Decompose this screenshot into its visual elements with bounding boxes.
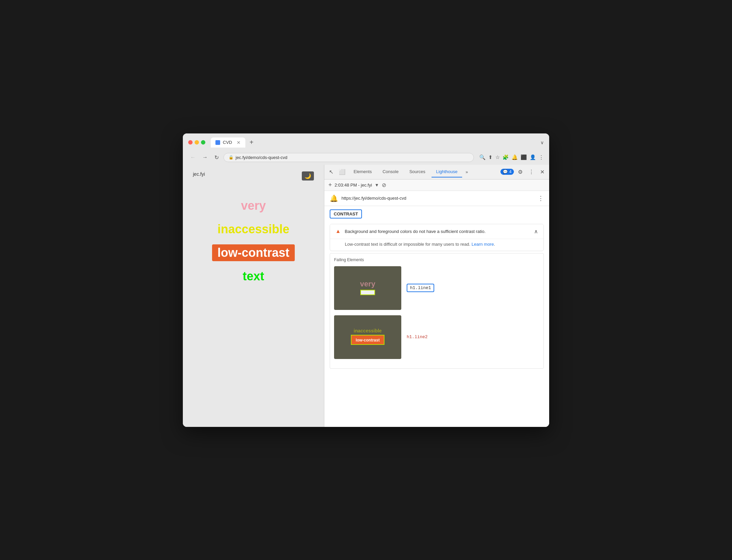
report-header: 🔔 https://jec.fyi/demo/cds-quest-cvd ⋮	[324, 191, 549, 206]
lock-icon: 🔒	[229, 155, 234, 160]
traffic-lights	[188, 140, 205, 145]
inaccessible-text: inaccessible	[213, 221, 293, 238]
tab-title: CVD	[223, 140, 232, 145]
tab-lighthouse[interactable]: Lighthouse	[432, 166, 462, 177]
minimize-button[interactable]	[195, 140, 199, 145]
forward-button[interactable]: →	[200, 154, 210, 161]
share-icon[interactable]: ⬆	[488, 154, 493, 160]
address-bar: ← → ↻ 🔒 jec.fyi/demo/cds-quest-cvd 🔍 ⬆ ☆…	[183, 150, 549, 165]
devtools-content[interactable]: 🔔 https://jec.fyi/demo/cds-quest-cvd ⋮ C…	[324, 191, 549, 427]
devtools-header: ↖ ⬜ Elements Console Sources Lighthouse …	[324, 165, 549, 179]
audit-description: Low-contrast text is difficult or imposs…	[330, 239, 543, 251]
sidebar-icon[interactable]: ⬛	[521, 154, 527, 160]
tab-close-button[interactable]: ✕	[237, 140, 241, 145]
report-options-button[interactable]: ⋮	[538, 195, 544, 202]
maximize-button[interactable]	[201, 140, 205, 145]
very-text: very	[237, 197, 270, 214]
thumb-very-text: very	[360, 280, 375, 288]
more-tabs-button[interactable]: »	[463, 169, 470, 174]
failing-item-1: very h1.line1	[334, 266, 539, 310]
failing-thumbnail-2: inaccessible low-contrast	[334, 315, 401, 359]
low-contrast-text: low-contrast	[212, 244, 295, 261]
add-report-button[interactable]: +	[328, 182, 332, 189]
tab-console[interactable]: Console	[378, 166, 403, 177]
main-content: jec.fyi 🌙 very inaccessible low-contrast…	[183, 165, 549, 427]
browser-tab[interactable]: CVD ✕	[211, 137, 245, 148]
badge-count: 4	[509, 169, 512, 174]
contrast-badge: CONTRAST	[330, 209, 362, 218]
failing-elements-section: Failing Elements very h1.line1 inaccessi…	[330, 253, 544, 369]
profile-icon[interactable]: 👤	[530, 154, 536, 160]
failing-item-2: inaccessible low-contrast h1.line2	[334, 315, 539, 359]
audit-title: Background and foreground colors do not …	[345, 229, 530, 234]
thumb-highlight-2: low-contrast	[351, 335, 384, 345]
close-devtools-button[interactable]: ✕	[538, 167, 546, 176]
failing-thumbnail-1: very	[334, 266, 401, 310]
thumb-highlight-1	[360, 290, 375, 295]
alert-icon[interactable]: 🔔	[512, 154, 518, 160]
collapse-button[interactable]: ∨	[540, 140, 544, 145]
clear-button[interactable]: ⊘	[382, 182, 386, 188]
tab-favicon	[215, 140, 220, 145]
audit-warning-icon: ▲	[335, 228, 341, 234]
webpage-header: jec.fyi 🌙	[193, 171, 314, 181]
demo-text-container: very inaccessible low-contrast text	[193, 191, 314, 285]
new-tab-button[interactable]: +	[249, 138, 253, 146]
element-tag-2[interactable]: h1.line2	[407, 334, 428, 339]
webpage-pane: jec.fyi 🌙 very inaccessible low-contrast…	[183, 165, 324, 427]
refresh-button[interactable]: ↻	[212, 154, 221, 161]
browser-window: CVD ✕ + ∨ ← → ↻ 🔒 jec.fyi/demo/cds-quest…	[183, 133, 549, 427]
audit-item: ▲ Background and foreground colors do no…	[330, 224, 544, 251]
cursor-tool-button[interactable]: ↖	[327, 167, 335, 176]
text-text: text	[239, 268, 268, 285]
settings-button[interactable]: ⚙	[516, 167, 525, 176]
report-timestamp: 2:03:48 PM - jec.fyi	[335, 183, 372, 188]
failing-elements-title: Failing Elements	[334, 257, 539, 262]
menu-icon[interactable]: ⋮	[539, 154, 544, 160]
extension-icon[interactable]: 🧩	[502, 154, 509, 160]
close-button[interactable]	[188, 140, 193, 145]
back-button[interactable]: ←	[188, 154, 198, 161]
tab-sources[interactable]: Sources	[405, 166, 430, 177]
tab-elements[interactable]: Elements	[349, 166, 376, 177]
inspector-tool-button[interactable]: ⬜	[337, 167, 348, 176]
audit-expand-button[interactable]: ∧	[534, 228, 538, 235]
devtools-pane: ↖ ⬜ Elements Console Sources Lighthouse …	[324, 165, 549, 427]
search-icon[interactable]: 🔍	[479, 154, 486, 160]
report-dropdown[interactable]: ▼	[375, 183, 379, 188]
more-options-button[interactable]: ⋮	[527, 167, 536, 176]
report-url: https://jec.fyi/demo/cds-quest-cvd	[341, 196, 534, 201]
audit-description-text: Low-contrast text is difficult or imposs…	[345, 242, 470, 247]
devtools-toolbar: + 2:03:48 PM - jec.fyi ▼ ⊘	[324, 179, 549, 191]
element-tag-1[interactable]: h1.line1	[407, 284, 434, 292]
learn-more-link[interactable]: Learn more	[472, 242, 494, 247]
url-text: jec.fyi/demo/cds-quest-cvd	[236, 155, 287, 160]
title-bar: CVD ✕ + ∨	[183, 133, 549, 150]
devtools-header-right: 💬 4 ⚙ ⋮ ✕	[500, 167, 546, 176]
audit-header: ▲ Background and foreground colors do no…	[330, 224, 543, 239]
url-bar[interactable]: 🔒 jec.fyi/demo/cds-quest-cvd	[223, 153, 474, 162]
bookmark-icon[interactable]: ☆	[495, 154, 500, 160]
thumb-inaccessible-text: inaccessible	[354, 328, 381, 333]
address-icons: 🔍 ⬆ ☆ 🧩 🔔 ⬛ 👤 ⋮	[479, 154, 544, 160]
chat-icon: 💬	[503, 169, 508, 174]
report-warning-icon: 🔔	[330, 194, 338, 202]
dark-mode-toggle[interactable]: 🌙	[302, 171, 314, 181]
comments-badge[interactable]: 💬 4	[500, 169, 514, 175]
site-label: jec.fyi	[193, 171, 205, 177]
